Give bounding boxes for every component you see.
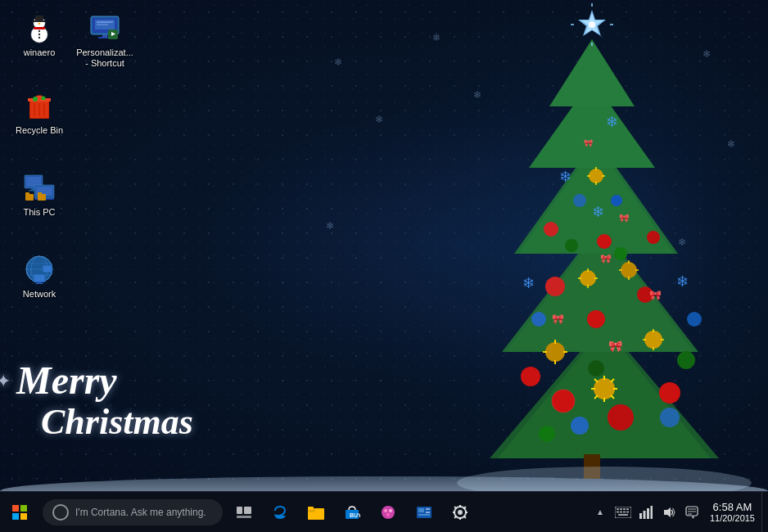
svg-text:❄: ❄ — [522, 275, 535, 291]
recycle-bin-label: Recycle Bin — [16, 125, 63, 136]
svg-text:❄: ❄ — [678, 237, 686, 248]
svg-rect-145 — [37, 282, 42, 283]
svg-text:🎀: 🎀 — [649, 289, 662, 301]
svg-text:❄: ❄ — [592, 204, 604, 220]
svg-rect-99 — [34, 27, 45, 29]
svg-rect-186 — [620, 511, 622, 512]
svg-rect-151 — [12, 513, 19, 520]
svg-point-48 — [611, 195, 622, 206]
taskbar-app-settings[interactable] — [442, 492, 478, 533]
network-icon — [23, 253, 56, 286]
icon-network[interactable]: Network — [7, 250, 72, 303]
show-desktop-button[interactable] — [761, 492, 768, 533]
svg-text:❄: ❄ — [432, 32, 440, 43]
svg-point-100 — [36, 20, 38, 22]
icon-recycle-bin[interactable]: Recycle Bin — [7, 86, 72, 139]
svg-rect-144 — [34, 275, 44, 282]
svg-rect-169 — [418, 514, 430, 516]
svg-text:❄: ❄ — [473, 89, 481, 101]
svg-point-58 — [545, 342, 565, 362]
icon-winaero[interactable]: winaero — [7, 8, 72, 61]
svg-rect-183 — [623, 508, 626, 510]
svg-point-163 — [389, 509, 392, 512]
svg-rect-109 — [97, 21, 113, 23]
cortana-search[interactable]: I'm Cortana. Ask me anything. — [43, 499, 223, 525]
svg-point-73 — [621, 262, 637, 278]
svg-point-68 — [580, 270, 596, 286]
this-pc-label: This PC — [23, 207, 55, 218]
winaero-icon — [23, 11, 56, 44]
task-view-button[interactable] — [226, 492, 262, 533]
merry-text: Merry — [16, 359, 193, 403]
cortana-placeholder: I'm Cortana. Ask me anything. — [75, 507, 206, 518]
svg-point-46 — [531, 312, 546, 327]
taskbar-app-edge[interactable] — [262, 492, 298, 533]
svg-point-32 — [587, 310, 605, 328]
taskbar-app-store[interactable]: BUY — [334, 492, 370, 533]
svg-text:❄: ❄ — [606, 114, 618, 130]
svg-point-45 — [687, 312, 702, 327]
svg-text:❄: ❄ — [326, 220, 334, 232]
merry-christmas-text: ✦ Merry Christmas — [16, 359, 193, 442]
christmas-tree-area: ❄ ❄ ❄ ❄ ❄ ❄ ❄ ❄ — [309, 0, 768, 491]
personalization-icon — [88, 11, 121, 44]
svg-point-41 — [614, 247, 627, 260]
svg-text:🎀: 🎀 — [600, 253, 612, 264]
start-button[interactable] — [0, 492, 39, 533]
svg-rect-149 — [12, 505, 19, 512]
network-label: Network — [23, 289, 56, 300]
svg-point-102 — [38, 23, 41, 25]
taskbar-app-candy[interactable] — [370, 492, 406, 533]
svg-point-34 — [545, 277, 565, 296]
svg-rect-153 — [237, 507, 242, 514]
taskbar-app-explorer[interactable] — [298, 492, 334, 533]
svg-rect-185 — [617, 511, 619, 512]
action-center-icon[interactable] — [680, 492, 703, 533]
taskbar: I'm Cortana. Ask me anything. BUY — [0, 491, 768, 532]
svg-text:❄: ❄ — [334, 56, 342, 68]
svg-rect-148 — [43, 266, 52, 272]
christmas-text: Christmas — [41, 403, 193, 442]
volume-tray-icon[interactable] — [657, 492, 680, 533]
svg-rect-154 — [244, 507, 251, 514]
svg-rect-150 — [20, 505, 27, 512]
svg-rect-187 — [623, 511, 626, 512]
svg-rect-191 — [643, 511, 645, 519]
winaero-label: winaero — [24, 47, 56, 58]
time-display: 6:58 AM — [713, 501, 752, 513]
icon-personalization[interactable]: Personalizat... - Shortcut — [72, 8, 138, 72]
recycle-bin-icon — [23, 89, 56, 122]
svg-point-104 — [38, 34, 40, 35]
svg-rect-110 — [97, 24, 108, 25]
svg-text:🎀: 🎀 — [552, 313, 564, 325]
svg-rect-136 — [38, 192, 42, 195]
svg-rect-193 — [650, 506, 653, 519]
taskbar-app-misc[interactable] — [406, 492, 442, 533]
svg-point-31 — [521, 367, 540, 386]
svg-marker-199 — [692, 516, 694, 519]
show-hidden-button[interactable]: ▲ — [589, 492, 612, 533]
icon-this-pc[interactable]: This PC — [7, 168, 72, 221]
svg-text:🎀: 🎀 — [608, 340, 623, 354]
svg-point-101 — [41, 20, 43, 22]
svg-rect-152 — [20, 513, 27, 520]
svg-rect-189 — [618, 514, 628, 516]
svg-point-161 — [382, 506, 395, 519]
clock-area[interactable]: 6:58 AM 11/20/2015 — [703, 492, 761, 533]
svg-point-105 — [38, 37, 40, 38]
svg-point-171 — [458, 510, 463, 515]
keyboard-icon[interactable] — [612, 492, 635, 533]
personalization-label: Personalizat... - Shortcut — [75, 47, 134, 69]
svg-rect-155 — [237, 516, 251, 518]
svg-line-176 — [454, 507, 457, 509]
svg-text:🎀: 🎀 — [584, 138, 594, 148]
svg-point-44 — [571, 417, 589, 435]
network-tray-icon[interactable] — [635, 492, 657, 533]
desktop: ❄ ❄ ❄ ❄ ❄ ❄ ❄ ❄ — [0, 0, 768, 491]
svg-point-47 — [573, 194, 586, 207]
svg-point-43 — [660, 408, 680, 427]
svg-rect-181 — [617, 508, 619, 510]
svg-rect-168 — [426, 512, 430, 513]
svg-point-103 — [38, 30, 40, 32]
svg-rect-167 — [426, 508, 430, 510]
